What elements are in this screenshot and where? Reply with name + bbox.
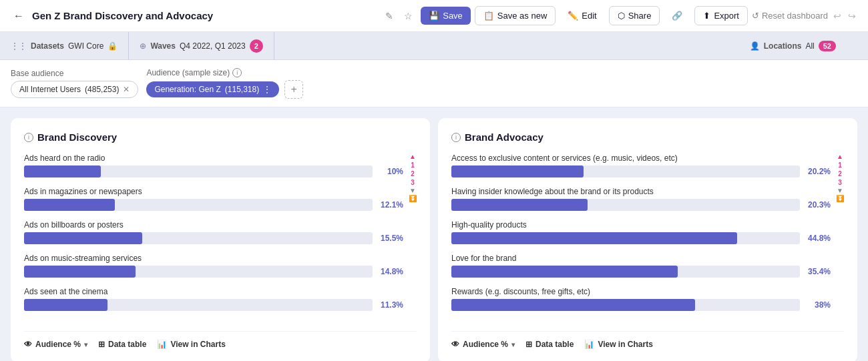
active-audience-chip[interactable]: Generation: Gen Z (115,318) ⋮: [146, 81, 279, 97]
bar-track: [24, 165, 373, 177]
audience-pct-button[interactable]: 👁 Audience % ▾: [451, 340, 515, 349]
sort-up-icon[interactable]: ▲: [837, 153, 843, 160]
bar-fill: [451, 165, 584, 177]
waves-filter[interactable]: ⊕ Waves Q4 2022, Q1 2023 2: [140, 32, 274, 59]
base-audience-chip[interactable]: All Internet Users (485,253) ✕: [11, 81, 138, 98]
view-charts-button[interactable]: 📊 View in Charts: [157, 340, 225, 349]
audience-pct-icon: 👁: [24, 340, 32, 349]
chevron-down-icon: ▾: [511, 341, 515, 348]
brand-advocacy-footer: 👁 Audience % ▾ ⊞ Data table 📊 View in Ch…: [451, 331, 844, 349]
chart-icon: 📊: [584, 340, 594, 349]
remove-base-icon[interactable]: ✕: [123, 85, 130, 94]
bar-track: [24, 266, 373, 278]
audience-pct-icon: 👁: [451, 340, 459, 349]
sort-num-1: 1: [411, 161, 415, 169]
page-title: Gen Z Brand Discovery and Advocacy: [32, 10, 377, 21]
save-as-new-button[interactable]: 📋 Save as new: [475, 6, 556, 25]
waves-badge: 2: [250, 39, 263, 53]
star-button[interactable]: ☆: [401, 9, 415, 23]
sort-num-3: 3: [838, 179, 842, 186]
waves-icon: ⊕: [140, 41, 146, 51]
bar-track: [24, 232, 373, 244]
list-item: Access to exclusive content or services …: [451, 153, 831, 177]
list-item: Ads in magazines or newspapers 12.1%: [24, 187, 403, 211]
back-button[interactable]: ←: [11, 7, 27, 25]
bar-track: [451, 165, 800, 177]
main-content: i Brand Discovery Ads heard on the radio…: [0, 107, 868, 361]
export-button[interactable]: ⬆ Export: [694, 6, 748, 25]
sort-num-2: 2: [411, 170, 415, 177]
edit-button[interactable]: ✏️ Edit: [560, 7, 604, 25]
bar-track: [451, 299, 800, 311]
locations-filter[interactable]: 👤 Locations All 52: [750, 32, 847, 59]
view-charts-button[interactable]: 📊 View in Charts: [584, 340, 652, 349]
bar-fill: [451, 199, 588, 211]
bar-track: [451, 199, 800, 211]
sort-down-icon[interactable]: ▼: [409, 188, 416, 194]
brand-discovery-footer: 👁 Audience % ▾ ⊞ Data table 📊 View in Ch…: [24, 331, 417, 349]
chevron-down-icon: ▾: [84, 341, 87, 348]
toolbar: 💾 Save 📋 Save as new ✏️ Edit ⬡ Share 🔗 ⬆…: [421, 6, 857, 25]
list-item: Having insider knowledge about the brand…: [451, 187, 831, 211]
brand-discovery-info-icon[interactable]: i: [24, 133, 33, 142]
save-icon: 💾: [429, 11, 439, 21]
bar-fill: [451, 232, 737, 244]
brand-discovery-bars: Ads heard on the radio 10% Ads in magazi…: [24, 153, 403, 320]
save-button[interactable]: 💾 Save: [421, 7, 471, 25]
locations-icon: 👤: [750, 41, 760, 51]
reset-icon: ↺: [752, 11, 759, 21]
list-item: Ads on billboards or posters 15.5%: [24, 220, 403, 244]
add-audience-button[interactable]: +: [284, 80, 303, 99]
bar-fill: [451, 266, 678, 278]
base-audience-section: Base audience All Internet Users (485,25…: [11, 69, 138, 98]
share-icon: ⬡: [618, 11, 625, 21]
table-icon: ⊞: [98, 340, 105, 349]
reset-dashboard-button[interactable]: ↺ Reset dashboard: [752, 11, 828, 21]
link-button[interactable]: 🔗: [664, 7, 690, 25]
sort-dbl-down-icon[interactable]: ⏬: [409, 196, 417, 202]
link-icon: 🔗: [672, 11, 682, 21]
bar-track: [451, 232, 800, 244]
top-bar: ← Gen Z Brand Discovery and Advocacy ✎ ☆…: [0, 0, 868, 32]
bar-fill: [24, 299, 107, 311]
sort-num-1: 1: [838, 161, 842, 169]
redo-button[interactable]: ↪: [847, 9, 857, 23]
datasets-icon: ⋮⋮: [11, 41, 27, 51]
edit-title-button[interactable]: ✎: [383, 9, 396, 23]
lock-icon: 🔒: [107, 41, 118, 51]
table-icon: ⊞: [525, 340, 532, 349]
edit-icon: ✏️: [568, 11, 578, 21]
brand-discovery-content: Ads heard on the radio 10% Ads in magazi…: [24, 153, 417, 320]
bar-fill: [24, 165, 101, 177]
data-table-button[interactable]: ⊞ Data table: [98, 340, 146, 349]
bar-track: [24, 299, 373, 311]
list-item: Ads seen at the cinema 11.3%: [24, 287, 403, 311]
data-table-button[interactable]: ⊞ Data table: [525, 340, 574, 349]
sample-audience-section: Audience (sample size) i Generation: Gen…: [146, 68, 303, 99]
list-item: Rewards (e.g. discounts, free gifts, etc…: [451, 287, 831, 311]
bar-fill: [24, 199, 115, 211]
sort-controls: ▲ 1 2 3 ▼ ⏬: [409, 153, 417, 320]
brand-advocacy-info-icon[interactable]: i: [451, 133, 461, 142]
brand-discovery-card: i Brand Discovery Ads heard on the radio…: [11, 118, 430, 361]
chip-menu-icon[interactable]: ⋮: [263, 85, 271, 94]
brand-discovery-title-row: i Brand Discovery: [24, 131, 417, 143]
sort-dbl-down-icon[interactable]: ⏬: [836, 196, 844, 202]
brand-advocacy-card: i Brand Advocacy Access to exclusive con…: [438, 118, 857, 361]
sort-up-icon[interactable]: ▲: [409, 153, 416, 160]
info-icon[interactable]: i: [232, 68, 242, 77]
bar-track: [451, 266, 800, 278]
brand-advocacy-bars: Access to exclusive content or services …: [451, 153, 831, 320]
bar-fill: [24, 232, 142, 244]
share-button[interactable]: ⬡ Share: [609, 6, 660, 25]
bar-fill: [24, 266, 136, 278]
sort-num-2: 2: [838, 170, 842, 177]
chart-icon: 📊: [157, 340, 167, 349]
locations-badge: 52: [819, 41, 836, 51]
sort-down-icon[interactable]: ▼: [837, 188, 843, 194]
list-item: High-quality products 44.8%: [451, 220, 831, 244]
undo-button[interactable]: ↩: [832, 9, 843, 23]
list-item: Ads on music-streaming services 14.8%: [24, 254, 403, 278]
audience-pct-button[interactable]: 👁 Audience % ▾: [24, 340, 87, 349]
brand-advocacy-title-row: i Brand Advocacy: [451, 131, 844, 143]
